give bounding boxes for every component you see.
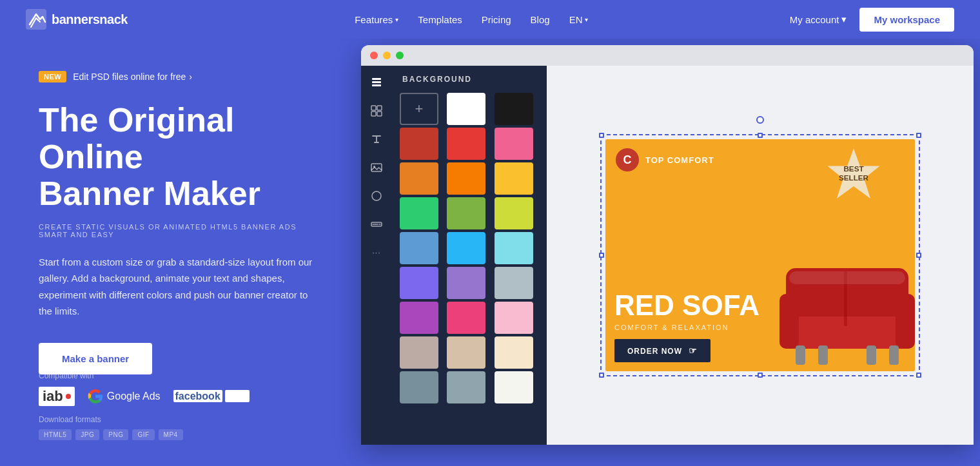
color-panel: BACKGROUND + <box>392 66 547 445</box>
color-black[interactable] <box>495 93 533 125</box>
banner-logo-circle: C <box>616 148 639 171</box>
google-icon <box>88 389 103 404</box>
format-gif: GIF <box>132 429 154 440</box>
cursor-icon: ☞ <box>689 345 698 356</box>
svg-rect-7 <box>377 112 382 116</box>
format-mp4: MP4 <box>159 429 183 440</box>
color-swatch[interactable] <box>447 162 485 195</box>
resize-handle-bl[interactable] <box>599 373 604 378</box>
resize-handle-tr[interactable] <box>916 133 921 138</box>
svg-rect-2 <box>372 81 381 83</box>
resize-handle-tc[interactable] <box>758 133 763 138</box>
toolbar-shape-icon[interactable] <box>368 187 386 205</box>
color-swatch[interactable] <box>400 371 438 403</box>
banner-preview: C TOP COMFORT BEST SELLER <box>605 139 915 371</box>
compat-section: Compatible with iab Google Ads <box>39 371 250 440</box>
color-swatch[interactable] <box>495 128 533 160</box>
color-swatch[interactable] <box>447 302 485 334</box>
rotate-handle[interactable] <box>756 116 764 124</box>
color-swatch[interactable] <box>495 232 533 264</box>
svg-rect-1 <box>372 78 381 80</box>
logo-text: bannersnack <box>52 12 128 27</box>
svg-point-10 <box>372 191 381 200</box>
toolbar-layers-icon[interactable] <box>368 73 386 92</box>
toolbar-image-icon[interactable] <box>368 159 386 177</box>
toolbar-more-icon[interactable]: ··· <box>368 244 386 262</box>
banner-order-button: ORDER NOW ☞ <box>614 339 710 362</box>
color-swatch[interactable] <box>400 197 438 229</box>
compat-logos: iab Google Ads facebook Ads <box>39 387 250 406</box>
color-swatch[interactable] <box>447 336 485 369</box>
logo[interactable]: bannersnack <box>26 9 128 30</box>
color-swatch[interactable] <box>400 336 438 369</box>
toolbar-text-icon[interactable] <box>368 130 386 148</box>
svg-rect-20 <box>796 345 805 365</box>
hero-subtitle: CREATE STATIC VISUALS OR ANIMATED HTML5 … <box>39 223 322 238</box>
navbar: bannersnack Features ▾ Templates Pricing… <box>0 0 980 39</box>
color-swatch[interactable] <box>447 371 485 403</box>
toolbar-layout-icon[interactable] <box>368 102 386 120</box>
resize-handle-bc[interactable] <box>758 373 763 378</box>
nav-templates[interactable]: Templates <box>418 14 462 25</box>
nav-right: My account ▾ My workspace <box>790 8 954 32</box>
google-ads-logo: Google Ads <box>88 389 161 404</box>
color-swatch[interactable] <box>400 302 438 334</box>
iab-text: iab <box>43 388 63 405</box>
editor-body: ··· BACKGROUND + <box>361 66 974 445</box>
facebook-ads-logo: facebook Ads <box>173 391 250 402</box>
svg-rect-18 <box>896 294 915 349</box>
new-badge-row: NEW Edit PSD files online for free › <box>39 71 322 83</box>
svg-rect-22 <box>867 345 876 365</box>
logo-icon <box>26 9 46 30</box>
banner-logo-text: TOP COMFORT <box>645 155 714 165</box>
hero-title: The Original Online Banner Maker <box>39 102 322 213</box>
make-banner-button[interactable]: Make a banner <box>39 343 152 374</box>
dl-formats-label: Download formats <box>39 415 250 424</box>
new-badge-link[interactable]: Edit PSD files online for free › <box>73 72 192 82</box>
color-white[interactable] <box>447 93 485 125</box>
color-swatch[interactable] <box>400 128 438 160</box>
svg-text:SELLER: SELLER <box>839 173 869 182</box>
nav-blog[interactable]: Blog <box>531 14 550 25</box>
color-swatch[interactable] <box>447 197 485 229</box>
iab-logo: iab <box>39 387 75 406</box>
arrow-icon: › <box>189 72 192 82</box>
color-swatch[interactable] <box>447 232 485 264</box>
color-swatch[interactable] <box>495 162 533 195</box>
nav-features[interactable]: Features ▾ <box>355 14 398 25</box>
color-swatch[interactable] <box>447 128 485 160</box>
nav-lang[interactable]: EN ▾ <box>569 14 589 25</box>
color-swatch[interactable] <box>495 267 533 299</box>
svg-text:BEST: BEST <box>843 164 864 173</box>
color-swatch[interactable] <box>495 336 533 369</box>
color-swatch[interactable] <box>495 371 533 403</box>
nav-pricing[interactable]: Pricing <box>482 14 511 25</box>
color-grid: + <box>392 93 547 411</box>
toolbar-action-icon[interactable] <box>368 215 386 233</box>
window-maximize-dot <box>396 52 404 59</box>
svg-rect-4 <box>371 106 376 110</box>
hero-right: ··· BACKGROUND + <box>361 39 980 466</box>
color-swatch[interactable] <box>495 302 533 334</box>
editor-canvas[interactable]: C TOP COMFORT BEST SELLER <box>547 66 974 445</box>
svg-rect-17 <box>779 294 799 349</box>
svg-rect-24 <box>789 271 905 284</box>
format-png: PNG <box>103 429 128 440</box>
color-swatch[interactable] <box>400 232 438 264</box>
workspace-button[interactable]: My workspace <box>859 8 954 32</box>
my-account-button[interactable]: My account ▾ <box>790 14 847 25</box>
color-add-button[interactable]: + <box>400 93 438 125</box>
ads-text: Ads <box>225 390 250 402</box>
resize-handle-br[interactable] <box>916 373 921 378</box>
color-swatch[interactable] <box>400 162 438 195</box>
hero-section: NEW Edit PSD files online for free › The… <box>0 39 980 466</box>
banner-product-subtitle: COMFORT & RELAXATION <box>614 324 729 331</box>
format-html5: HTML5 <box>39 429 72 440</box>
resize-handle-tl[interactable] <box>599 133 604 138</box>
svg-rect-23 <box>889 345 899 365</box>
chevron-down-icon: ▾ <box>395 16 398 23</box>
color-swatch[interactable] <box>495 197 533 229</box>
resize-handle-ml[interactable] <box>599 253 604 258</box>
color-swatch[interactable] <box>447 267 485 299</box>
color-swatch[interactable] <box>400 267 438 299</box>
